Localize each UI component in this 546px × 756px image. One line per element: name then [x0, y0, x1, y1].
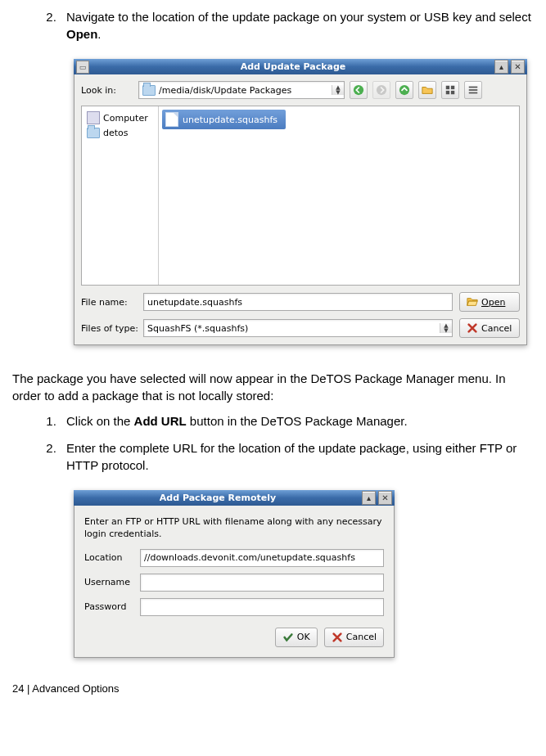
- intro-text: Enter an FTP or HTTP URL with filename a…: [84, 515, 384, 541]
- dialog-titlebar: ▭ Add Update Package ▴ ✕: [74, 59, 527, 74]
- location-input[interactable]: //downloads.devonit.com/unetupdate.squas…: [140, 549, 384, 567]
- lookin-row: Look in: /media/disk/Update Packages ▲▼: [81, 81, 520, 99]
- app-icon: ▭: [76, 61, 89, 74]
- ok-button[interactable]: OK: [275, 628, 318, 647]
- step2-text-pre: Navigate to the location of the update p…: [66, 10, 531, 24]
- folder-icon: [87, 128, 100, 138]
- username-input[interactable]: [140, 574, 384, 592]
- sidebar-label: Computer: [103, 113, 148, 124]
- dialog-title: Add Update Package: [94, 61, 492, 72]
- cancel-icon: [332, 632, 343, 643]
- li1-pre: Click on the: [66, 414, 134, 428]
- cancel-icon: [467, 322, 478, 334]
- password-row: Password: [84, 598, 384, 616]
- svg-rect-3: [446, 86, 449, 89]
- location-row: Location //downloads.devonit.com/unetupd…: [84, 549, 384, 567]
- location-label: Location: [84, 551, 132, 564]
- password-label: Password: [84, 601, 132, 613]
- step-addurl-2: Enter the complete URL for the location …: [60, 439, 534, 474]
- cancel-label: Cancel: [481, 323, 512, 334]
- lookin-label: Look in:: [81, 85, 116, 96]
- filetype-label: Files of type:: [81, 323, 137, 334]
- step-addurl-1: Click on the Add URL button in the DeTOS…: [60, 412, 534, 430]
- step2-bold: Open: [66, 27, 97, 41]
- li1-post: button in the DeTOS Package Manager.: [187, 414, 408, 428]
- cancel-button[interactable]: Cancel: [324, 628, 384, 647]
- up-button[interactable]: [395, 81, 413, 99]
- open-folder-icon: [467, 296, 478, 308]
- svg-rect-7: [469, 87, 478, 88]
- svg-point-2: [399, 85, 409, 95]
- maximize-button[interactable]: ▴: [362, 491, 376, 505]
- filename-input[interactable]: unetupdate.squashfs: [143, 293, 453, 311]
- new-folder-button[interactable]: [418, 81, 436, 99]
- password-input[interactable]: [140, 598, 384, 616]
- filetype-value: SquashFS (*.squashfs): [144, 323, 251, 334]
- list-view-button[interactable]: [464, 81, 482, 99]
- file-list[interactable]: unetupdate.squashfs: [159, 106, 519, 285]
- places-sidebar: Computer detos: [82, 106, 159, 285]
- open-button[interactable]: Open: [459, 292, 520, 312]
- close-button[interactable]: ✕: [378, 491, 392, 505]
- combo-spinner[interactable]: ▲▼: [440, 323, 452, 333]
- dialog-body: Look in: /media/disk/Update Packages ▲▼: [74, 74, 527, 345]
- open-label: Open: [481, 297, 505, 308]
- computer-icon: [87, 111, 100, 124]
- sidebar-item-computer[interactable]: Computer: [85, 110, 155, 126]
- close-button[interactable]: ✕: [511, 60, 525, 74]
- filetype-row: Files of type: SquashFS (*.squashfs) ▲▼ …: [81, 318, 520, 338]
- file-name: unetupdate.squashfs: [183, 115, 278, 125]
- maximize-button[interactable]: ▴: [494, 60, 508, 74]
- svg-rect-5: [446, 91, 449, 94]
- selected-file-item[interactable]: unetupdate.squashfs: [162, 110, 286, 129]
- filetype-combo[interactable]: SquashFS (*.squashfs) ▲▼: [143, 319, 453, 337]
- file-browser-pane: Computer detos unetupdate.squashfs: [81, 106, 520, 286]
- check-icon: [282, 632, 294, 643]
- cancel-button[interactable]: Cancel: [459, 318, 520, 338]
- file-icon: [165, 112, 178, 127]
- lookin-value: /media/disk/Update Packages: [159, 85, 291, 96]
- page-footer: 24 | Advanced Options: [12, 682, 534, 695]
- folder-icon: [142, 85, 156, 96]
- combo-spinner[interactable]: ▲▼: [332, 85, 344, 95]
- lookin-combo[interactable]: /media/disk/Update Packages ▲▼: [138, 81, 345, 99]
- li2-text: Enter the complete URL for the location …: [66, 441, 517, 472]
- dialog-title: Add Package Remotely: [76, 493, 359, 503]
- svg-point-0: [354, 85, 363, 95]
- add-update-package-dialog: ▭ Add Update Package ▴ ✕ Look in: /media…: [74, 59, 527, 345]
- svg-rect-4: [451, 86, 454, 89]
- step-2: Navigate to the location of the update p…: [60, 8, 534, 43]
- filename-label: File name:: [81, 297, 137, 308]
- dialog-titlebar: Add Package Remotely ▴ ✕: [74, 490, 395, 506]
- forward-button[interactable]: [372, 81, 390, 99]
- li1-bold: Add URL: [134, 414, 187, 428]
- svg-point-1: [377, 85, 386, 95]
- step2-text-post: .: [97, 27, 101, 41]
- svg-rect-9: [469, 92, 478, 94]
- back-button[interactable]: [350, 81, 368, 99]
- sidebar-label: detos: [103, 128, 129, 138]
- filename-value: unetupdate.squashfs: [147, 297, 242, 308]
- dialog-body: Enter an FTP or HTTP URL with filename a…: [74, 506, 395, 658]
- dialog-button-row: OK Cancel: [84, 628, 384, 647]
- location-value: //downloads.devonit.com/unetupdate.squas…: [144, 551, 355, 564]
- filename-row: File name: unetupdate.squashfs Open: [81, 292, 520, 312]
- intro-paragraph: The package you have selected will now a…: [12, 370, 534, 404]
- username-label: Username: [84, 576, 132, 588]
- sidebar-item-detos[interactable]: detos: [85, 126, 155, 140]
- svg-rect-8: [469, 89, 478, 91]
- username-row: Username: [84, 574, 384, 592]
- add-package-remotely-dialog: Add Package Remotely ▴ ✕ Enter an FTP or…: [74, 490, 395, 658]
- ok-label: OK: [297, 631, 310, 643]
- cancel-label: Cancel: [346, 631, 377, 643]
- svg-rect-6: [451, 91, 454, 94]
- grid-view-button[interactable]: [441, 81, 459, 99]
